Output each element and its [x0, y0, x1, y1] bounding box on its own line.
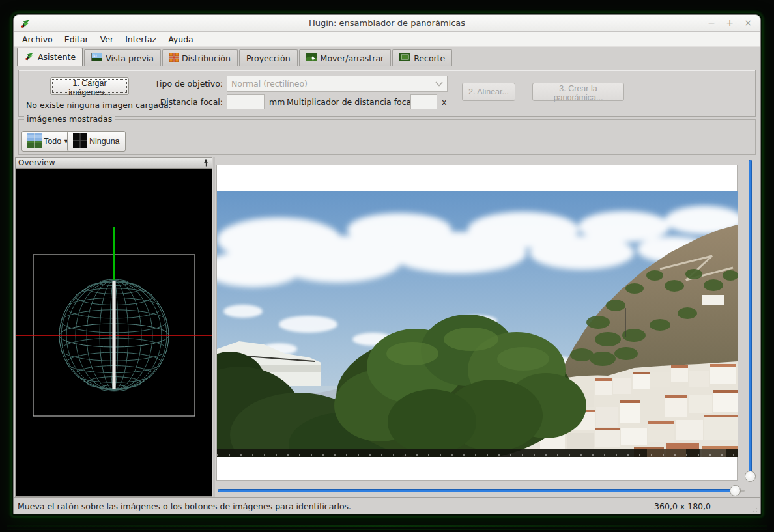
menu-editar[interactable]: Editar — [59, 33, 94, 46]
assistant-tab-icon — [24, 51, 35, 63]
menu-ayuda[interactable]: Ayuda — [162, 33, 199, 46]
displayed-images-group: imágenes mostradas Todo▼ Ninguna — [18, 119, 756, 155]
focal-unit-label: mm — [269, 97, 285, 107]
statusbar: Mueva el ratón sobre las imágenes o los … — [14, 497, 760, 514]
close-button[interactable]: × — [742, 18, 754, 29]
panorama-preview-pane — [215, 157, 760, 497]
window-title: Hugin: ensamblador de panorámicas — [14, 18, 760, 28]
tab-label: Mover/arrastrar — [321, 53, 384, 63]
tab-label: Recorte — [414, 53, 445, 63]
tab-label: Distribución — [182, 53, 231, 63]
show-all-label: Todo — [44, 137, 61, 146]
align-button[interactable]: 2. Alinear... — [462, 83, 515, 101]
layout-grid-icon — [169, 53, 179, 64]
shadow-streak — [7, 525, 767, 527]
menu-archivo[interactable]: Archivo — [16, 33, 59, 46]
crop-factor-unit-label: x — [442, 97, 446, 107]
maximize-button[interactable]: + — [724, 18, 736, 29]
status-hint-text: Mueva el ratón sobre las imágenes o los … — [18, 501, 351, 511]
tab-mover-arrastrar[interactable]: Mover/arrastrar — [299, 49, 392, 66]
lens-type-value: Normal (rectilíneo) — [231, 79, 435, 89]
tab-asistente[interactable]: Asistente — [17, 48, 83, 66]
tab-vista-previa[interactable]: GL Vista previa — [84, 49, 161, 66]
vertical-fov-knob[interactable] — [745, 471, 756, 482]
tab-strip: Asistente GL Vista previa — [14, 47, 760, 66]
resize-grip[interactable] — [749, 504, 758, 513]
crop-factor-label: Multiplicador de distancia focal: — [287, 97, 416, 107]
move-drag-icon — [306, 53, 317, 63]
menubar: Archivo Editar Ver Interfaz Ayuda — [14, 32, 760, 47]
tab-proyeccion[interactable]: Proyección — [239, 49, 298, 66]
panorama-photo — [217, 191, 738, 457]
shadow-streak — [7, 529, 767, 530]
vertical-fov-slider[interactable] — [745, 158, 756, 486]
tab-label: Proyección — [246, 53, 291, 63]
pin-icon[interactable] — [203, 159, 209, 169]
minimize-button[interactable]: − — [706, 18, 717, 29]
load-images-button[interactable]: 1. Cargar imágenes... — [50, 77, 129, 95]
horizontal-fov-knob[interactable] — [730, 485, 741, 496]
menu-interfaz[interactable]: Interfaz — [119, 33, 162, 46]
lens-type-select[interactable]: Normal (rectilíneo) — [227, 76, 448, 92]
panorama-canvas[interactable] — [216, 165, 738, 481]
no-images-icon — [73, 133, 87, 150]
vertical-fov-track[interactable] — [749, 160, 752, 480]
tab-label: Asistente — [38, 52, 76, 62]
displayed-images-group-label: imágenes mostradas — [24, 114, 115, 124]
overview-header[interactable]: Overview — [16, 158, 212, 169]
tab-label: Vista previa — [106, 53, 154, 63]
all-images-icon — [27, 133, 42, 150]
menu-ver[interactable]: Ver — [94, 33, 119, 46]
hugin-window: Hugin: ensamblador de panorámicas − + × … — [13, 14, 761, 514]
show-none-label: Ninguna — [89, 137, 120, 146]
tab-recorte[interactable]: Recorte — [392, 49, 452, 66]
crop-factor-input[interactable] — [410, 94, 437, 109]
focal-length-label: Distancia focal: — [123, 97, 223, 107]
focal-length-input[interactable] — [227, 94, 265, 109]
crop-icon — [399, 53, 410, 63]
show-no-images-button[interactable]: Ninguna — [67, 131, 126, 152]
gl-preview-icon: GL — [91, 53, 102, 63]
lens-type-label: Tipo de objetivo: — [123, 79, 223, 89]
overview-title: Overview — [18, 158, 55, 167]
chevron-down-icon — [435, 79, 443, 89]
titlebar[interactable]: Hugin: ensamblador de panorámicas − + × — [14, 15, 760, 32]
horizontal-fov-slider[interactable] — [216, 484, 745, 496]
svg-text:GL: GL — [93, 53, 98, 58]
horizontal-fov-track[interactable] — [218, 489, 736, 492]
create-panorama-button[interactable]: 3. Crear la panorámica... — [532, 83, 624, 101]
overview-3d-viewport[interactable] — [16, 169, 212, 496]
tab-distribucion[interactable]: Distribución — [162, 49, 238, 66]
assistant-panel: 1. Cargar imágenes... No existe ninguna … — [18, 70, 756, 117]
overview-dock: Overview — [15, 157, 212, 497]
panorama-size-readout: 360,0 x 180,0 — [654, 501, 711, 511]
